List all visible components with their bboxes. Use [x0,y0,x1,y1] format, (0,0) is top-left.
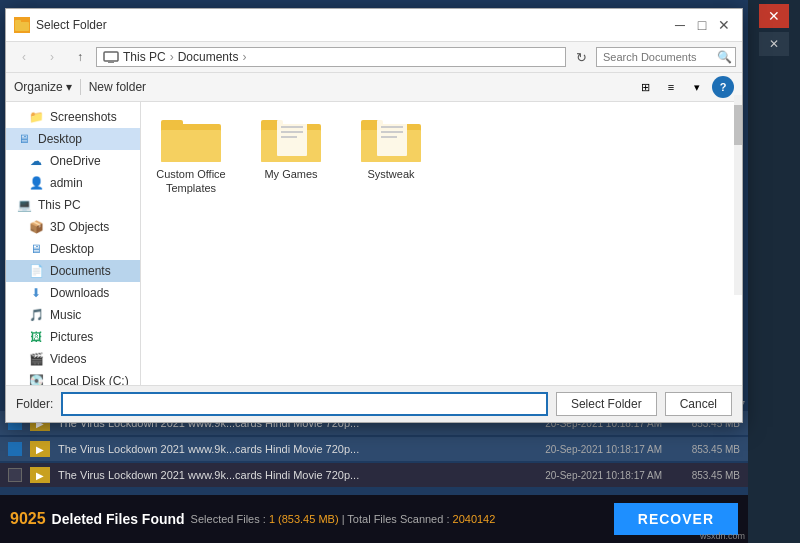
toolbar-separator [80,79,81,95]
search-input[interactable] [603,51,713,63]
deleted-label: Deleted Files Found [52,511,185,527]
file-date: 20-Sep-2021 10:18:17 AM [545,470,662,481]
sidebar-item-admin[interactable]: 👤 admin [6,172,140,194]
desktop2-icon: 🖥 [28,241,44,257]
close-button[interactable]: ✕ [714,15,734,35]
row-checkbox[interactable] [8,442,22,456]
svg-rect-1 [15,20,21,24]
folder-icon: 📁 [28,109,44,125]
view-toggle-button[interactable]: ⊞ [634,76,656,98]
videos-icon: 🎬 [28,351,44,367]
sidebar-item-label: Desktop [38,132,82,146]
file-item-custom-office[interactable]: Custom OfficeTemplates [151,112,231,200]
table-row[interactable]: ▶ The Virus Lockdown 2021 www.9k...cards… [0,463,748,487]
search-icon: 🔍 [717,50,732,64]
music-icon: 🎵 [28,307,44,323]
svg-rect-12 [281,126,303,128]
view-details-button[interactable]: ≡ [660,76,682,98]
sidebar-item-3d-objects[interactable]: 📦 3D Objects [6,216,140,238]
sidebar-item-label: 3D Objects [50,220,109,234]
search-box[interactable]: 🔍 [596,47,736,67]
disk-c-icon: 💽 [28,373,44,385]
scanned-value: 2040142 [453,513,496,525]
sidebar-item-downloads[interactable]: ⬇ Downloads [6,282,140,304]
back-button[interactable]: ‹ [12,46,36,68]
organize-label: Organize [14,80,63,94]
folder-name: Custom OfficeTemplates [156,167,226,196]
select-folder-dialog: Select Folder ─ □ ✕ ‹ › ↑ This PC › Docu… [5,8,743,423]
pc-icon [103,51,119,63]
organize-arrow-icon: ▾ [66,80,72,94]
file-area: Custom OfficeTemplates [141,102,742,385]
files-grid: Custom OfficeTemplates [151,112,732,200]
selected-value: 1 (853.45 MB) [269,513,339,525]
sidebar-item-pictures[interactable]: 🖼 Pictures [6,326,140,348]
refresh-button[interactable]: ↻ [570,46,592,68]
cancel-button[interactable]: Cancel [665,392,732,416]
up-button[interactable]: ↑ [68,46,92,68]
svg-rect-3 [108,61,114,63]
svg-rect-14 [281,136,297,138]
maximize-button[interactable]: □ [692,15,712,35]
sidebar-item-label: Local Disk (C:) [50,374,129,385]
toolbar-right: ⊞ ≡ ▾ ? [634,76,734,98]
row-checkbox[interactable] [8,468,22,482]
sidebar: 📁 Screenshots 🖥 Desktop ☁ OneDrive 👤 adm… [6,102,141,385]
right-panel-btn2[interactable]: ✕ [759,32,789,56]
folder-icon-custom-office [161,116,221,164]
dialog-title-text: Select Folder [36,18,664,32]
filename: The Virus Lockdown 2021 www.9k...cards H… [58,469,537,481]
file-type-icon: ▶ [30,467,50,483]
view-dropdown-button[interactable]: ▾ [686,76,708,98]
sidebar-item-this-pc[interactable]: 💻 This PC [6,194,140,216]
organize-button[interactable]: Organize ▾ [14,80,72,94]
sidebar-item-videos[interactable]: 🎬 Videos [6,348,140,370]
onedrive-icon: ☁ [28,153,44,169]
path-root: This PC [123,50,166,64]
help-button[interactable]: ? [712,76,734,98]
minimize-button[interactable]: ─ [670,15,690,35]
downloads-icon: ⬇ [28,285,44,301]
folder-name: Systweak [367,167,414,181]
path-current: Documents [178,50,239,64]
sidebar-item-screenshots[interactable]: 📁 Screenshots [6,106,140,128]
svg-rect-21 [381,136,397,138]
sidebar-item-desktop[interactable]: 🖥 Desktop [6,128,140,150]
sidebar-item-desktop2[interactable]: 🖥 Desktop [6,238,140,260]
sidebar-item-label: Desktop [50,242,94,256]
sidebar-item-local-c[interactable]: 💽 Local Disk (C:) [6,370,140,385]
folder-icon-my-games [261,116,321,164]
documents-icon: 📄 [28,263,44,279]
sidebar-item-label: This PC [38,198,81,212]
sidebar-item-music[interactable]: 🎵 Music [6,304,140,326]
pc-icon: 💻 [16,197,32,213]
scanned-label: | Total Files Scanned : [342,513,450,525]
dialog-controls: ─ □ ✕ [670,15,734,35]
select-folder-button[interactable]: Select Folder [556,392,657,416]
sidebar-item-onedrive[interactable]: ☁ OneDrive [6,150,140,172]
svg-rect-13 [281,131,303,133]
right-panel-close[interactable]: ✕ [759,4,789,28]
path-arrow2: › [242,50,246,64]
sidebar-item-label: Documents [50,264,111,278]
sidebar-item-label: Downloads [50,286,109,300]
folder-input[interactable] [61,392,548,416]
sidebar-item-label: Pictures [50,330,93,344]
new-folder-button[interactable]: New folder [89,80,146,94]
dialog-footer: Folder: Select Folder Cancel [6,385,742,422]
sidebar-item-label: Screenshots [50,110,117,124]
svg-rect-7 [161,130,221,162]
address-path[interactable]: This PC › Documents › [96,47,566,67]
selected-label: Selected Files : [191,513,266,525]
sidebar-item-documents[interactable]: 📄 Documents [6,260,140,282]
svg-rect-19 [381,126,403,128]
file-item-my-games[interactable]: My Games [251,112,331,200]
file-item-systweak[interactable]: Systweak [351,112,431,200]
table-row[interactable]: ▶ The Virus Lockdown 2021 www.9k...cards… [0,437,748,461]
folder-label: Folder: [16,397,53,411]
forward-button[interactable]: › [40,46,64,68]
address-bar: ‹ › ↑ This PC › Documents › ↻ 🔍 [6,42,742,73]
file-size: 853.45 MB [670,444,740,455]
file-type-icon: ▶ [30,441,50,457]
deleted-count: 9025 [10,510,46,528]
